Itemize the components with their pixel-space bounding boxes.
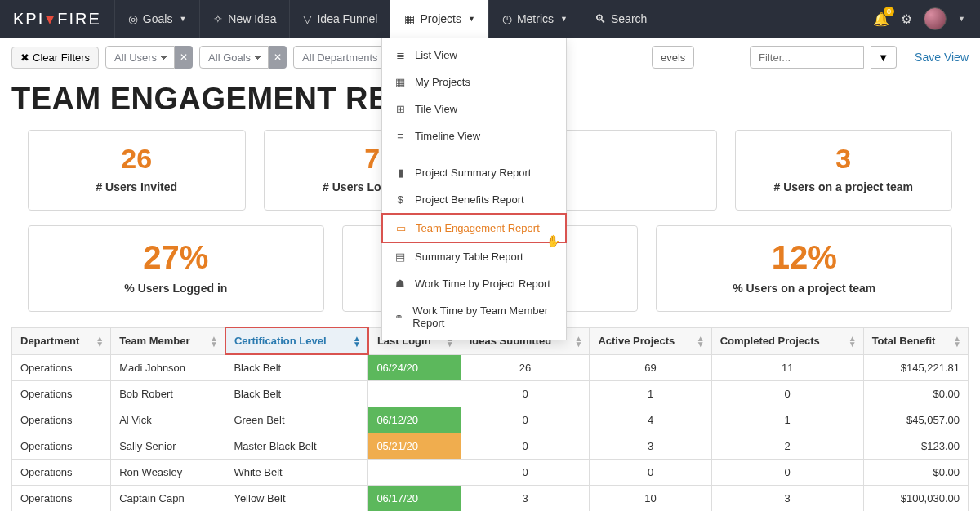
- dropdown-item[interactable]: ⊞Tile View: [382, 96, 566, 122]
- cell-member: Ron Weasley: [111, 460, 225, 486]
- cell-benefit: $0.00: [863, 460, 968, 486]
- col-total-benefit[interactable]: Total Benefit▲▼: [863, 327, 968, 354]
- card-value: 27%: [37, 239, 315, 275]
- summary-card: 12%% Users on a project team: [656, 225, 952, 312]
- cell-login: 06/24/20: [368, 354, 461, 381]
- cell-department: Operations: [12, 460, 111, 486]
- list-icon: ≣: [394, 49, 407, 61]
- cell-login: 06/12/20: [368, 407, 461, 433]
- users-filter[interactable]: All Users: [105, 46, 175, 69]
- dropdown-item[interactable]: ⚭Work Time by Team Member Report: [382, 297, 566, 336]
- cell-member: Madi Johnson: [111, 354, 225, 381]
- levels-filter-fragment[interactable]: evels: [652, 46, 694, 69]
- dropdown-item[interactable]: ☗Work Time by Project Report: [382, 270, 566, 297]
- col-active-projects[interactable]: Active Projects▲▼: [590, 327, 711, 354]
- col-department-label: Department: [20, 335, 79, 347]
- brand-logo: KPI ▾ FIRE: [0, 0, 114, 38]
- cell-benefit: $145,221.81: [863, 354, 968, 381]
- col-active-label: Active Projects: [598, 335, 675, 347]
- cell-benefit: $45,057.00: [863, 407, 968, 433]
- nav-idea-funnel[interactable]: ▽ Idea Funnel: [289, 0, 390, 38]
- dropdown-item[interactable]: ▤Summary Table Report: [382, 243, 566, 270]
- avatar[interactable]: [924, 7, 947, 30]
- clear-filters-button[interactable]: ✖ Clear Filters: [11, 47, 99, 69]
- dropdown-item-label: My Projects: [415, 76, 470, 88]
- cell-login: 05/21/20: [368, 433, 461, 460]
- chevron-down-icon[interactable]: ▼: [958, 15, 965, 23]
- engagement-table: Department▲▼ Team Member▲▼ Certification…: [11, 327, 969, 511]
- dropdown-item[interactable]: $Project Benefits Report: [382, 186, 566, 213]
- cell-completed: 1: [711, 407, 863, 433]
- dropdown-item[interactable]: ▮Project Summary Report: [382, 159, 566, 186]
- cell-completed: 2: [711, 433, 863, 460]
- topbar-actions: 🔔 0 ⚙ ▼: [858, 0, 980, 38]
- nav-projects[interactable]: ▦ Projects ▼: [390, 0, 488, 38]
- col-department[interactable]: Department▲▼: [12, 327, 111, 354]
- dropdown-item[interactable]: ▭Team Engagement Report: [381, 213, 567, 243]
- cell-ideas: 0: [461, 433, 590, 460]
- cell-department: Operations: [12, 433, 111, 460]
- nav-search-label: Search: [611, 12, 647, 25]
- dropdown-item[interactable]: ▦My Projects: [382, 69, 566, 96]
- filter-input[interactable]: [750, 46, 864, 69]
- cell-login: 06/17/20: [368, 486, 461, 511]
- funnel-icon: ▼: [878, 51, 889, 64]
- notifications-button[interactable]: 🔔 0: [873, 11, 889, 27]
- gear-icon[interactable]: ⚙: [901, 11, 912, 27]
- dropdown-item-label: Tile View: [415, 103, 457, 115]
- summary-card: 26# Users Invited: [28, 130, 246, 211]
- cell-active: 1: [590, 381, 711, 407]
- card-label: # Users Invited: [37, 180, 237, 193]
- dropdown-item[interactable]: ≣List View: [382, 42, 566, 69]
- nav-new-idea[interactable]: ✧ New Idea: [199, 0, 289, 38]
- table-row: OperationsMadi JohnsonBlack Belt06/24/20…: [12, 354, 969, 381]
- cell-ideas: 3: [461, 486, 590, 511]
- cell-login: [368, 460, 461, 486]
- cell-completed: 0: [711, 460, 863, 486]
- cell-member: Sally Senior: [111, 433, 225, 460]
- cell-member: Bob Robert: [111, 381, 225, 407]
- cell-department: Operations: [12, 354, 111, 381]
- cell-benefit: $123.00: [863, 433, 968, 460]
- gauge-icon: ◷: [502, 12, 512, 25]
- cell-completed: 0: [711, 381, 863, 407]
- flame-icon: ▾: [46, 9, 56, 29]
- cell-benefit: $0.00: [863, 381, 968, 407]
- doc-icon: ▤: [394, 251, 407, 263]
- departments-filter[interactable]: All Departments: [293, 46, 395, 69]
- cell-active: 4: [590, 407, 711, 433]
- cell-department: Operations: [12, 407, 111, 433]
- apply-filter-button[interactable]: ▼: [871, 46, 897, 69]
- cell-ideas: 0: [461, 407, 590, 433]
- cell-cert: Black Belt: [225, 381, 368, 407]
- chevron-down-icon: ▼: [560, 15, 568, 23]
- dropdown-item-label: Summary Table Report: [415, 251, 523, 263]
- col-team-member[interactable]: Team Member▲▼: [111, 327, 225, 354]
- summary-card: 27%% Users Logged in: [28, 225, 324, 312]
- dropdown-item-label: Project Benefits Report: [415, 193, 524, 206]
- nav-projects-label: Projects: [420, 12, 461, 25]
- goals-filter[interactable]: All Goals: [199, 46, 269, 69]
- cell-cert: White Belt: [225, 460, 368, 486]
- remove-users-filter[interactable]: ✕: [175, 46, 193, 69]
- cell-cert: Master Black Belt: [225, 433, 368, 460]
- cell-cert: Yellow Belt: [225, 486, 368, 511]
- dropdown-item[interactable]: ≡Timeline View: [382, 122, 566, 149]
- remove-goals-filter[interactable]: ✕: [269, 46, 287, 69]
- nav-metrics-label: Metrics: [517, 12, 554, 25]
- notification-badge: 0: [884, 7, 894, 16]
- nav-search[interactable]: 🔍︎ Search: [581, 0, 660, 38]
- col-certification-level[interactable]: Certification Level▲▼: [225, 327, 368, 354]
- nav-metrics[interactable]: ◷ Metrics ▼: [488, 0, 581, 38]
- dollar-icon: $: [394, 193, 407, 206]
- table-row: OperationsAl VickGreen Belt06/12/20041$4…: [12, 407, 969, 433]
- sort-icon: ▲▼: [353, 335, 361, 347]
- funnel-icon: ▽: [303, 12, 312, 25]
- card-label: % Users Logged in: [37, 282, 315, 295]
- col-completed-projects[interactable]: Completed Projects▲▼: [711, 327, 863, 354]
- sort-icon: ▲▼: [697, 335, 705, 347]
- card-value: 26: [37, 144, 237, 174]
- nav-goals[interactable]: ◎ Goals ▼: [114, 0, 200, 38]
- table-row: OperationsSally SeniorMaster Black Belt0…: [12, 433, 969, 460]
- save-view-link[interactable]: Save View: [915, 51, 969, 64]
